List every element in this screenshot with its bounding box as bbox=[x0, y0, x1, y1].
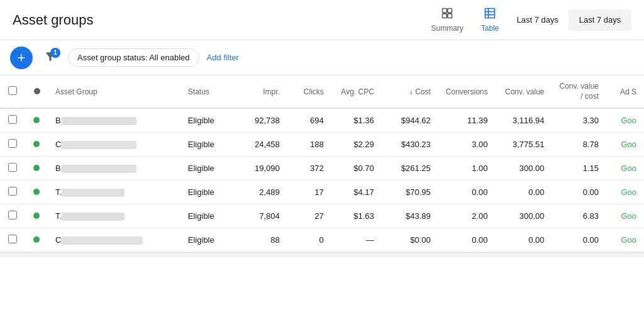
row-clicks: 372 bbox=[287, 157, 331, 180]
row-status: Eligible bbox=[180, 228, 237, 252]
row-impr: 7,804 bbox=[237, 204, 287, 228]
row-conv-value-cost: 0.00 bbox=[552, 228, 606, 252]
asset-groups-table: Asset Group Status Impr. Clicks Avg. CPC… bbox=[0, 75, 644, 252]
tab-summary-label: Summary bbox=[431, 24, 463, 33]
row-impr: 88 bbox=[237, 228, 287, 252]
svg-rect-1 bbox=[448, 9, 452, 13]
row-ad-strength: Goo bbox=[606, 133, 644, 157]
th-clicks[interactable]: Clicks bbox=[287, 75, 331, 108]
row-avg-cpc: — bbox=[331, 228, 382, 252]
tab-table[interactable]: Table bbox=[474, 3, 507, 36]
row-checkbox[interactable] bbox=[8, 163, 17, 172]
row-dot-cell bbox=[25, 228, 48, 252]
row-ad-strength: Goo bbox=[606, 157, 644, 180]
table-row: CCblurred Eligible880—$0.000.000.000.00G… bbox=[0, 228, 644, 252]
th-checkbox bbox=[0, 75, 25, 108]
row-conversions: 2.00 bbox=[438, 204, 496, 228]
last-days-label: Last 7 days bbox=[517, 15, 559, 25]
row-conversions: 11.39 bbox=[438, 108, 496, 133]
asset-group-name: T.T.blurred bbox=[48, 204, 180, 228]
sort-arrow-icon: ↓ bbox=[409, 87, 413, 96]
row-conv-value: 300.00 bbox=[496, 204, 552, 228]
table-row: BBblurred Eligible92,738694$1.36$944.621… bbox=[0, 108, 644, 133]
row-checkbox-cell bbox=[0, 133, 25, 157]
filter-button[interactable]: 1 bbox=[40, 48, 60, 68]
svg-rect-2 bbox=[443, 14, 447, 18]
th-conversions[interactable]: Conversions bbox=[438, 75, 496, 108]
row-checkbox[interactable] bbox=[8, 115, 17, 124]
table-row: BBblurred Eligible19,090372$0.70$261.251… bbox=[0, 157, 644, 180]
row-dot-cell bbox=[25, 204, 48, 228]
row-conv-value: 0.00 bbox=[496, 228, 552, 252]
row-cost: $261.25 bbox=[382, 157, 438, 180]
header-right: Summary Table Last 7 days Last 7 days bbox=[423, 3, 631, 36]
row-cost: $70.95 bbox=[382, 180, 438, 204]
asset-group-name: T.T.blurred bbox=[48, 180, 180, 204]
row-checkbox[interactable] bbox=[8, 139, 17, 148]
row-cost: $43.89 bbox=[382, 204, 438, 228]
table-row: T.T.blurred Eligible7,80427$1.63$43.892.… bbox=[0, 204, 644, 228]
table-row: T.T.blurred Eligible2,48917$4.17$70.950.… bbox=[0, 180, 644, 204]
row-cost: $0.00 bbox=[382, 228, 438, 252]
row-conv-value-cost: 0.00 bbox=[552, 180, 606, 204]
row-status: Eligible bbox=[180, 157, 237, 180]
add-button[interactable]: + bbox=[10, 47, 33, 69]
th-asset-group[interactable]: Asset Group bbox=[48, 75, 180, 108]
status-dot bbox=[33, 236, 40, 243]
row-impr: 19,090 bbox=[237, 157, 287, 180]
row-conv-value-cost: 8.78 bbox=[552, 133, 606, 157]
row-checkbox[interactable] bbox=[8, 235, 17, 243]
status-dot bbox=[33, 165, 40, 171]
asset-group-name: CCblurred bbox=[48, 133, 180, 157]
add-filter-button[interactable]: Add filter bbox=[207, 53, 239, 62]
row-checkbox[interactable] bbox=[8, 187, 17, 196]
plus-icon: + bbox=[18, 51, 26, 65]
row-conv-value: 0.00 bbox=[496, 180, 552, 204]
row-checkbox-cell bbox=[0, 108, 25, 133]
table-icon bbox=[484, 7, 496, 21]
th-conv-value-cost[interactable]: Conv. value / cost bbox=[552, 75, 606, 108]
asset-group-name: CCblurred bbox=[48, 228, 180, 252]
filter-badge: 1 bbox=[50, 48, 60, 58]
asset-group-name: BBblurred bbox=[48, 108, 180, 133]
th-impr[interactable]: Impr. bbox=[237, 75, 287, 108]
th-avg-cpc[interactable]: Avg. CPC bbox=[331, 75, 382, 108]
row-conv-value-cost: 1.15 bbox=[552, 157, 606, 180]
tab-summary[interactable]: Summary bbox=[423, 3, 470, 36]
row-ad-strength: Goo bbox=[606, 180, 644, 204]
row-conv-value-cost: 6.83 bbox=[552, 204, 606, 228]
row-checkbox[interactable] bbox=[8, 211, 17, 219]
row-conv-value: 3,775.51 bbox=[496, 133, 552, 157]
status-dot bbox=[33, 213, 40, 219]
row-avg-cpc: $0.70 bbox=[331, 157, 382, 180]
th-ad-strength[interactable]: Ad S bbox=[606, 75, 644, 108]
scrollbar-spacer bbox=[0, 252, 644, 257]
th-dot bbox=[25, 75, 48, 108]
th-cost[interactable]: ↓Cost bbox=[382, 75, 438, 108]
row-cost: $430.23 bbox=[382, 133, 438, 157]
row-conversions: 3.00 bbox=[438, 133, 496, 157]
row-conversions: 1.00 bbox=[438, 157, 496, 180]
row-dot-cell bbox=[25, 108, 48, 133]
th-status[interactable]: Status bbox=[180, 75, 237, 108]
row-dot-cell bbox=[25, 180, 48, 204]
table-body: BBblurred Eligible92,738694$1.36$944.621… bbox=[0, 108, 644, 252]
row-clicks: 694 bbox=[287, 108, 331, 133]
row-status: Eligible bbox=[180, 204, 237, 228]
select-all-checkbox[interactable] bbox=[8, 86, 17, 95]
row-clicks: 17 bbox=[287, 180, 331, 204]
row-clicks: 188 bbox=[287, 133, 331, 157]
svg-rect-4 bbox=[486, 9, 495, 18]
toolbar: + 1 Asset group status: All enabled Add … bbox=[0, 40, 644, 75]
row-conv-value-cost: 3.30 bbox=[552, 108, 606, 133]
row-avg-cpc: $4.17 bbox=[331, 180, 382, 204]
row-cost: $944.62 bbox=[382, 108, 438, 133]
row-conversions: 0.00 bbox=[438, 228, 496, 252]
row-checkbox-cell bbox=[0, 157, 25, 180]
status-filter-button[interactable]: Asset group status: All enabled bbox=[68, 48, 199, 67]
asset-group-name: BBblurred bbox=[48, 157, 180, 180]
th-conv-value[interactable]: Conv. value bbox=[496, 75, 552, 108]
row-impr: 24,458 bbox=[237, 133, 287, 157]
page-title: Asset groups bbox=[13, 12, 423, 28]
date-range-button[interactable]: Last 7 days bbox=[569, 9, 631, 31]
